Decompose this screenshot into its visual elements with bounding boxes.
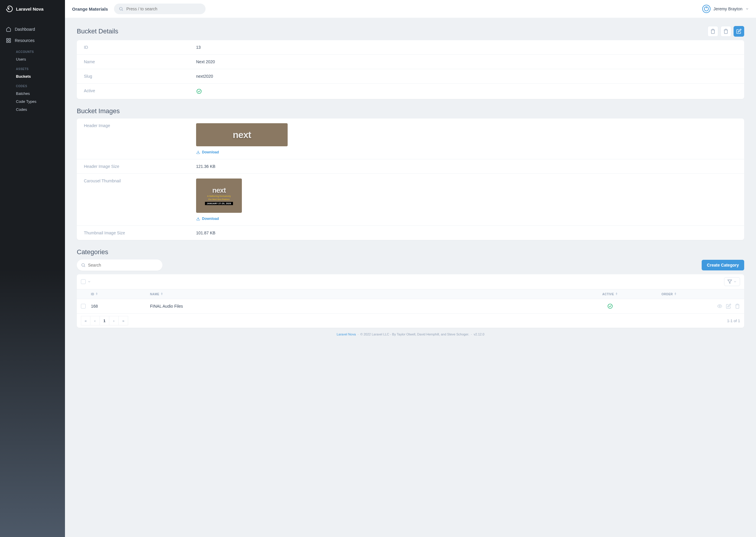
categories-search-input[interactable] xyxy=(88,263,158,268)
user-name: Jeremy Brayton xyxy=(713,7,742,11)
footer-link[interactable]: Laravel Nova xyxy=(337,333,356,336)
edit-icon xyxy=(736,29,741,34)
svg-rect-1 xyxy=(9,38,11,40)
trash-icon xyxy=(710,29,716,34)
carousel-sub2: For Next Gen Pastors xyxy=(208,198,230,201)
global-search[interactable] xyxy=(114,4,206,14)
nav-code-types[interactable]: Code Types xyxy=(0,98,65,105)
force-delete-button[interactable] xyxy=(721,26,731,37)
edit-icon[interactable] xyxy=(726,304,731,309)
header-image-download[interactable]: Download xyxy=(196,150,288,154)
header-image-label: Header Image xyxy=(84,123,196,154)
page-prev[interactable]: ‹ xyxy=(90,316,100,325)
select-all-checkbox[interactable] xyxy=(81,279,86,284)
page-current[interactable]: 1 xyxy=(100,316,109,325)
header-size-label: Header Image Size xyxy=(84,164,196,169)
row-checkbox[interactable] xyxy=(81,304,86,309)
footer: Laravel Nova · © 2022 Laravel LLC - By T… xyxy=(77,328,744,338)
page-last[interactable]: » xyxy=(119,316,128,325)
filter-button[interactable] xyxy=(724,277,740,286)
detail-name-label: Name xyxy=(84,60,196,64)
bucket-images-panel: Header Image next Download Header Image … xyxy=(77,118,744,240)
col-active-header[interactable]: ACTIVE▲▼ xyxy=(581,292,640,296)
svg-point-4 xyxy=(119,7,122,10)
search-icon xyxy=(119,7,124,11)
sort-icon: ▲▼ xyxy=(95,292,98,296)
filter-icon xyxy=(727,279,732,284)
page-first[interactable]: « xyxy=(81,316,90,325)
detail-active-value xyxy=(196,88,202,94)
sort-icon: ▲▼ xyxy=(160,292,163,296)
col-order-header[interactable]: ORDER▲▼ xyxy=(640,292,699,296)
download-icon xyxy=(196,150,200,154)
categories-table: ID▲▼ NAME▲▼ ACTIVE▲▼ ORDER▲▼ 168 FINAL A… xyxy=(77,274,744,328)
thumb-size-label: Thumbnail Image Size xyxy=(84,230,196,235)
chevron-down-icon[interactable] xyxy=(88,280,91,283)
footer-copyright: © 2022 Laravel LLC - By Taylor Otwell, D… xyxy=(360,333,469,336)
grid-icon xyxy=(6,38,11,43)
row-active xyxy=(581,303,640,309)
sidebar-nav: Dashboard Resources ACCOUNTS Users ASSET… xyxy=(0,18,65,119)
create-category-button[interactable]: Create Category xyxy=(702,260,744,270)
nav-dashboard[interactable]: Dashboard xyxy=(0,24,65,35)
check-circle-icon xyxy=(607,303,613,309)
nav-group-accounts: ACCOUNTS xyxy=(0,46,65,55)
nav-group-codes: CODES xyxy=(0,80,65,90)
sidebar-header: Laravel Nova xyxy=(0,0,65,18)
check-circle-icon xyxy=(196,88,202,94)
svg-point-5 xyxy=(197,89,202,94)
app-title: Orange Materials xyxy=(72,7,108,12)
table-row: 168 FINAL Audio Files xyxy=(77,299,744,313)
page-next[interactable]: › xyxy=(109,316,119,325)
download-label: Download xyxy=(202,150,219,154)
categories-search[interactable] xyxy=(77,260,163,271)
col-id-header[interactable]: ID▲▼ xyxy=(91,292,150,296)
nav-dashboard-label: Dashboard xyxy=(15,27,35,32)
header-image-text: next xyxy=(233,129,251,141)
detail-slug-label: Slug xyxy=(84,74,196,79)
nav-resources-label: Resources xyxy=(15,38,35,43)
carousel-sub1: A Gathering Exclusively xyxy=(207,195,231,197)
col-name-header[interactable]: NAME▲▼ xyxy=(150,292,581,296)
row-id: 168 xyxy=(91,304,150,309)
thumb-size-value: 101.87 KB xyxy=(196,230,215,235)
nav-buckets[interactable]: Buckets xyxy=(0,72,65,80)
svg-point-7 xyxy=(608,304,613,309)
bucket-details-panel: ID 13 Name Next 2020 Slug next2020 Activ… xyxy=(77,40,744,99)
bucket-details-title: Bucket Details xyxy=(77,27,118,35)
view-icon[interactable] xyxy=(717,304,722,309)
trash-icon xyxy=(723,29,729,34)
chevron-down-icon xyxy=(745,7,749,11)
row-name: FINAL Audio Files xyxy=(150,304,581,309)
svg-rect-3 xyxy=(9,41,11,43)
nav-resources[interactable]: Resources xyxy=(0,35,65,46)
carousel-download[interactable]: Download xyxy=(196,217,242,221)
download-label: Download xyxy=(202,217,219,221)
carousel-image-text: next xyxy=(212,186,226,194)
trash-icon[interactable] xyxy=(735,304,740,309)
edit-button[interactable] xyxy=(734,26,744,37)
download-icon xyxy=(196,217,200,221)
topbar: Orange Materials Jeremy Brayton xyxy=(65,0,756,18)
svg-rect-0 xyxy=(7,38,8,40)
chevron-down-icon xyxy=(733,280,737,283)
carousel-image-preview: next A Gathering Exclusively For Next Ge… xyxy=(196,179,242,213)
search-input[interactable] xyxy=(127,7,201,11)
delete-button[interactable] xyxy=(707,26,718,37)
nav-users[interactable]: Users xyxy=(0,55,65,63)
nav-group-assets: ASSETS xyxy=(0,63,65,72)
svg-point-8 xyxy=(719,306,721,307)
user-menu[interactable]: Jeremy Brayton xyxy=(702,5,749,13)
carousel-label: Carousel Thumbnail xyxy=(84,179,196,221)
detail-slug-value: next2020 xyxy=(196,74,213,79)
categories-title: Categories xyxy=(77,248,744,256)
footer-version: v2.12.0 xyxy=(474,333,484,336)
nav-codes[interactable]: Codes xyxy=(0,105,65,113)
sidebar: Laravel Nova Dashboard Resources ACCOUNT… xyxy=(0,0,65,537)
svg-rect-2 xyxy=(7,41,8,43)
bucket-images-title: Bucket Images xyxy=(77,107,744,115)
detail-name-value: Next 2020 xyxy=(196,60,215,64)
sort-icon: ▲▼ xyxy=(674,292,677,296)
detail-id-value: 13 xyxy=(196,45,201,50)
nav-batches[interactable]: Batches xyxy=(0,90,65,98)
